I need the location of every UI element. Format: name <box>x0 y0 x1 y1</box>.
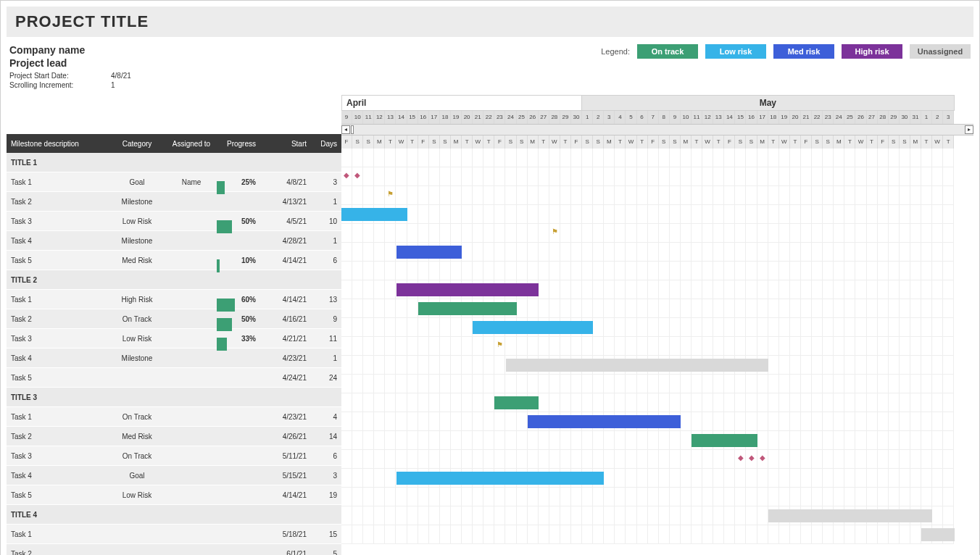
task-row[interactable]: Task 1High Risk60%4/14/2113 <box>7 290 341 309</box>
task-desc[interactable]: Task 3 <box>7 452 108 460</box>
task-start[interactable]: 4/21/21 <box>260 335 311 343</box>
timeline-scrollbar[interactable]: ◂ ▸ <box>341 124 973 135</box>
task-desc[interactable]: Task 2 <box>7 550 108 556</box>
task-start[interactable]: 4/23/21 <box>260 354 311 362</box>
task-progress[interactable]: 50% <box>217 217 260 225</box>
scroll-right-button[interactable]: ▸ <box>965 125 973 134</box>
task-days[interactable]: 3 <box>311 178 341 186</box>
task-days[interactable]: 5 <box>311 550 341 556</box>
task-row[interactable]: Task 3On Track5/11/216 <box>7 446 341 466</box>
task-start[interactable]: 5/11/21 <box>260 452 311 460</box>
task-row[interactable]: Task 1GoalName25%4/8/213 <box>7 172 341 192</box>
task-start[interactable]: 4/24/21 <box>260 374 311 382</box>
task-category[interactable]: Milestone <box>108 198 166 206</box>
group-row[interactable]: TITLE 4 <box>7 505 341 525</box>
task-progress[interactable]: 25% <box>217 178 260 186</box>
task-days[interactable]: 19 <box>311 491 341 499</box>
gantt-bar[interactable] <box>494 396 538 409</box>
gantt-bar[interactable] <box>921 528 954 541</box>
task-start[interactable]: 5/18/21 <box>260 530 311 538</box>
task-desc[interactable]: Task 3 <box>7 217 108 225</box>
task-days[interactable]: 9 <box>311 315 341 323</box>
task-desc[interactable]: Task 1 <box>7 530 108 538</box>
task-desc[interactable]: Task 1 <box>7 296 108 304</box>
task-start[interactable]: 4/23/21 <box>260 413 311 421</box>
task-desc[interactable]: Task 2 <box>7 433 108 441</box>
task-progress[interactable]: 50% <box>217 315 260 323</box>
task-days[interactable]: 11 <box>311 335 341 343</box>
task-desc[interactable]: Task 1 <box>7 178 108 186</box>
task-start[interactable]: 4/13/21 <box>260 198 311 206</box>
gantt-bar[interactable] <box>506 359 768 372</box>
task-progress[interactable]: 33% <box>217 335 260 343</box>
task-start[interactable]: 5/15/21 <box>260 472 311 480</box>
gantt-bar[interactable] <box>341 208 407 221</box>
task-row[interactable]: Task 5Low Risk4/14/2119 <box>7 485 341 505</box>
task-row[interactable]: Task 26/1/215 <box>7 544 341 555</box>
task-days[interactable]: 1 <box>311 237 341 245</box>
task-days[interactable]: 13 <box>311 296 341 304</box>
task-days[interactable]: 6 <box>311 256 341 264</box>
task-start[interactable]: 4/26/21 <box>260 433 311 441</box>
task-row[interactable]: Task 2On Track50%4/16/219 <box>7 309 341 329</box>
task-row[interactable]: Task 54/24/2124 <box>7 368 341 388</box>
task-category[interactable]: Goal <box>108 472 166 480</box>
task-desc[interactable]: Task 1 <box>7 413 108 421</box>
gantt-bar[interactable] <box>396 472 605 485</box>
task-days[interactable]: 24 <box>311 374 341 382</box>
scroll-thumb[interactable] <box>351 125 354 134</box>
gantt-bar[interactable] <box>768 509 933 522</box>
task-category[interactable]: Low Risk <box>108 217 166 225</box>
task-category[interactable]: High Risk <box>108 296 166 304</box>
group-row[interactable]: TITLE 1 <box>7 153 341 172</box>
task-row[interactable]: Task 4Goal5/15/213 <box>7 466 341 485</box>
task-desc[interactable]: Task 5 <box>7 256 108 264</box>
scroll-inc-value[interactable]: 1 <box>111 81 115 89</box>
task-start[interactable]: 4/28/21 <box>260 237 311 245</box>
task-assigned[interactable]: Name <box>166 178 217 186</box>
task-progress[interactable]: 10% <box>217 256 260 264</box>
task-category[interactable]: Milestone <box>108 354 166 362</box>
task-start[interactable]: 4/14/21 <box>260 296 311 304</box>
task-start[interactable]: 4/16/21 <box>260 315 311 323</box>
task-days[interactable]: 6 <box>311 452 341 460</box>
scroll-left-button[interactable]: ◂ <box>341 125 350 134</box>
task-days[interactable]: 10 <box>311 217 341 225</box>
task-desc[interactable]: Task 4 <box>7 472 108 480</box>
task-category[interactable]: Milestone <box>108 237 166 245</box>
task-desc[interactable]: Task 2 <box>7 198 108 206</box>
task-category[interactable]: On Track <box>108 315 166 323</box>
task-category[interactable]: On Track <box>108 413 166 421</box>
task-row[interactable]: Task 2Med Risk4/26/2114 <box>7 427 341 446</box>
gantt-bar[interactable] <box>473 321 593 334</box>
task-start[interactable]: 4/14/21 <box>260 491 311 499</box>
task-desc[interactable]: Task 4 <box>7 237 108 245</box>
task-desc[interactable]: Task 4 <box>7 354 108 362</box>
task-progress[interactable]: 60% <box>217 296 260 304</box>
task-category[interactable]: Low Risk <box>108 491 166 499</box>
task-row[interactable]: Task 2Milestone4/13/211 <box>7 192 341 212</box>
task-row[interactable]: Task 4Milestone4/23/211 <box>7 349 341 368</box>
task-category[interactable]: Med Risk <box>108 433 166 441</box>
task-category[interactable]: Goal <box>108 178 166 186</box>
task-days[interactable]: 1 <box>311 354 341 362</box>
task-days[interactable]: 3 <box>311 472 341 480</box>
task-row[interactable]: Task 15/18/2115 <box>7 525 341 544</box>
task-row[interactable]: Task 5Med Risk10%4/14/216 <box>7 251 341 270</box>
group-row[interactable]: TITLE 2 <box>7 270 341 290</box>
gantt-bar[interactable] <box>418 302 517 315</box>
task-category[interactable]: Low Risk <box>108 335 166 343</box>
task-days[interactable]: 14 <box>311 433 341 441</box>
task-days[interactable]: 1 <box>311 198 341 206</box>
task-desc[interactable]: Task 5 <box>7 491 108 499</box>
gantt-bar[interactable] <box>396 246 462 259</box>
task-start[interactable]: 4/8/21 <box>260 178 311 186</box>
start-date-value[interactable]: 4/8/21 <box>111 72 131 80</box>
gantt-bar[interactable] <box>528 415 681 428</box>
task-row[interactable]: Task 1On Track4/23/214 <box>7 407 341 427</box>
task-desc[interactable]: Task 2 <box>7 315 108 323</box>
task-row[interactable]: Task 3Low Risk33%4/21/2111 <box>7 329 341 349</box>
gantt-bar[interactable] <box>692 434 757 447</box>
task-days[interactable]: 15 <box>311 530 341 538</box>
task-desc[interactable]: Task 3 <box>7 335 108 343</box>
